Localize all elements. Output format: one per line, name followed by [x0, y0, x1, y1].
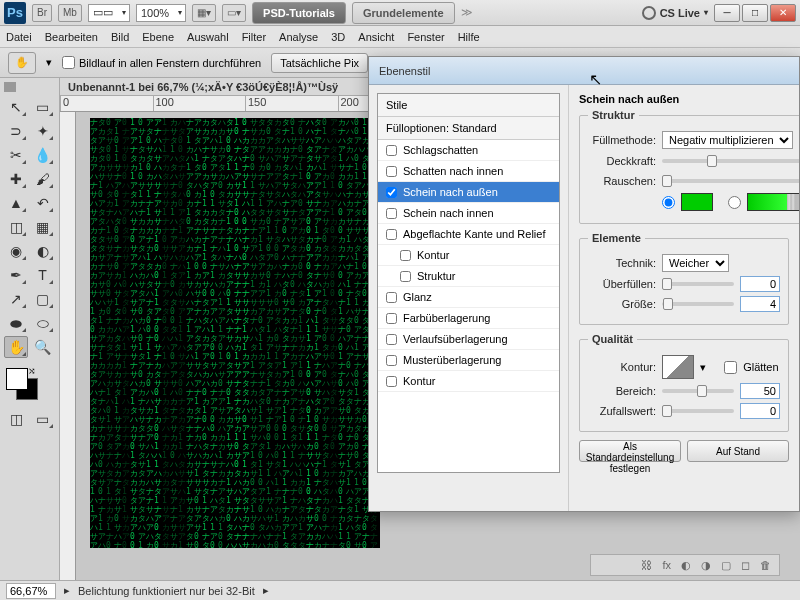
adjustment-icon[interactable]: ◑ [701, 559, 711, 572]
arrange-button[interactable]: ▦▾ [192, 4, 216, 22]
minimize-button[interactable]: ─ [714, 4, 740, 22]
style-item[interactable]: Schlagschatten [378, 140, 559, 161]
eyedropper-tool[interactable]: 💧 [31, 144, 55, 166]
fill-options-header[interactable]: Fülloptionen: Standard [378, 117, 559, 140]
minibridge-button[interactable]: Mb [58, 4, 82, 22]
style-item[interactable]: Musterüberlagerung [378, 350, 559, 371]
history-brush-tool[interactable]: ↶ [31, 192, 55, 214]
style-checkbox[interactable] [386, 145, 397, 156]
style-checkbox[interactable] [386, 334, 397, 345]
fx-icon[interactable]: fx [662, 559, 671, 571]
more-workspaces[interactable]: ≫ [461, 6, 473, 19]
size-slider[interactable] [662, 302, 734, 306]
lasso-tool[interactable]: ⊃ [4, 120, 28, 142]
quickmask-button[interactable]: ◫ [4, 408, 28, 430]
view-mode-select[interactable]: ▭▭ [88, 4, 130, 22]
gradient-radio[interactable] [728, 196, 741, 209]
marquee-tool[interactable]: ▭ [31, 96, 55, 118]
maximize-button[interactable]: □ [742, 4, 768, 22]
style-checkbox[interactable] [386, 187, 397, 198]
menu-bearbeiten[interactable]: Bearbeiten [45, 31, 98, 43]
hand-tool[interactable]: ✋ [4, 336, 28, 358]
color-radio[interactable] [662, 196, 675, 209]
eraser-tool[interactable]: ◫ [4, 216, 28, 238]
canvas[interactable]: ナ ア タ サ カ ア ハ ナ サ ハ サ ア カ タ タ カ カ カ カ サ … [90, 118, 380, 548]
jitter-input[interactable] [740, 403, 780, 419]
reset-default-button[interactable]: Auf Stand [687, 440, 789, 462]
style-checkbox[interactable] [386, 229, 397, 240]
menu-filter[interactable]: Filter [242, 31, 266, 43]
style-item[interactable]: Schein nach außen [378, 182, 559, 203]
style-checkbox[interactable] [386, 313, 397, 324]
style-item[interactable]: Schein nach innen [378, 203, 559, 224]
spread-slider[interactable] [662, 282, 734, 286]
hand-tool-icon[interactable]: ✋ [8, 52, 36, 74]
menu-fenster[interactable]: Fenster [407, 31, 444, 43]
antialiased-checkbox[interactable] [724, 361, 737, 374]
swap-colors-icon[interactable]: ⤭ [28, 366, 40, 378]
3d-tool[interactable]: ⬬ [4, 312, 28, 334]
size-input[interactable] [740, 296, 780, 312]
opacity-slider[interactable] [662, 159, 799, 163]
shape-tool[interactable]: ▢ [31, 288, 55, 310]
wand-tool[interactable]: ✦ [31, 120, 55, 142]
actual-pixels-button[interactable]: Tatsächliche Pix [271, 53, 368, 73]
new-layer-icon[interactable]: ◻ [741, 559, 750, 572]
style-checkbox[interactable] [386, 166, 397, 177]
style-checkbox[interactable] [386, 355, 397, 366]
style-item[interactable]: Glanz [378, 287, 559, 308]
style-checkbox[interactable] [386, 208, 397, 219]
heal-tool[interactable]: ✚ [4, 168, 28, 190]
bridge-button[interactable]: Br [32, 4, 52, 22]
style-item[interactable]: Kontur [378, 245, 559, 266]
menu-3d[interactable]: 3D [331, 31, 345, 43]
style-checkbox[interactable] [400, 250, 411, 261]
style-checkbox[interactable] [400, 271, 411, 282]
color-swatch[interactable] [681, 193, 713, 211]
close-button[interactable]: ✕ [770, 4, 796, 22]
scroll-all-checkbox[interactable]: Bildlauf in allen Fenstern durchführen [62, 56, 261, 69]
menu-datei[interactable]: Datei [6, 31, 32, 43]
contour-dropdown-icon[interactable]: ▾ [700, 361, 706, 374]
style-checkbox[interactable] [386, 376, 397, 387]
3d-camera-tool[interactable]: ⬭ [31, 312, 55, 334]
blend-mode-select[interactable]: Negativ multiplizieren [662, 131, 793, 149]
dodge-tool[interactable]: ◐ [31, 240, 55, 262]
menu-auswahl[interactable]: Auswahl [187, 31, 229, 43]
menu-hilfe[interactable]: Hilfe [458, 31, 480, 43]
style-item[interactable]: Schatten nach innen [378, 161, 559, 182]
path-tool[interactable]: ↗ [4, 288, 28, 310]
crop-tool[interactable]: ✂ [4, 144, 28, 166]
range-input[interactable] [740, 383, 780, 399]
workspace-grundelemente[interactable]: Grundelemente [352, 2, 455, 24]
technique-select[interactable]: Weicher [662, 254, 729, 272]
gradient-tool[interactable]: ▦ [31, 216, 55, 238]
type-tool[interactable]: T [31, 264, 55, 286]
folder-icon[interactable]: ▢ [721, 559, 731, 572]
style-item[interactable]: Farbüberlagerung [378, 308, 559, 329]
link-icon[interactable]: ⛓ [641, 559, 652, 571]
style-item[interactable]: Abgeflachte Kante und Relief [378, 224, 559, 245]
noise-slider[interactable] [662, 179, 799, 183]
menu-ebene[interactable]: Ebene [142, 31, 174, 43]
mask-icon[interactable]: ◐ [681, 559, 691, 572]
menu-ansicht[interactable]: Ansicht [358, 31, 394, 43]
pen-tool[interactable]: ✒ [4, 264, 28, 286]
styles-header[interactable]: Stile [378, 94, 559, 117]
cs-live-button[interactable]: CS Live▾ [642, 6, 708, 20]
contour-swatch[interactable] [662, 355, 694, 379]
jitter-slider[interactable] [662, 409, 734, 413]
gradient-swatch[interactable] [747, 193, 799, 211]
style-item[interactable]: Struktur [378, 266, 559, 287]
range-slider[interactable] [662, 389, 734, 393]
menu-analyse[interactable]: Analyse [279, 31, 318, 43]
style-checkbox[interactable] [386, 292, 397, 303]
zoom-select[interactable]: 100% [136, 4, 186, 22]
style-item[interactable]: Verlaufsüberlagerung [378, 329, 559, 350]
blur-tool[interactable]: ◉ [4, 240, 28, 262]
zoom-tool[interactable]: 🔍 [31, 336, 55, 358]
make-default-button[interactable]: Als Standardeinstellung festlegen [579, 440, 681, 462]
brush-tool[interactable]: 🖌 [31, 168, 55, 190]
trash-icon[interactable]: 🗑 [760, 559, 771, 571]
spread-input[interactable] [740, 276, 780, 292]
